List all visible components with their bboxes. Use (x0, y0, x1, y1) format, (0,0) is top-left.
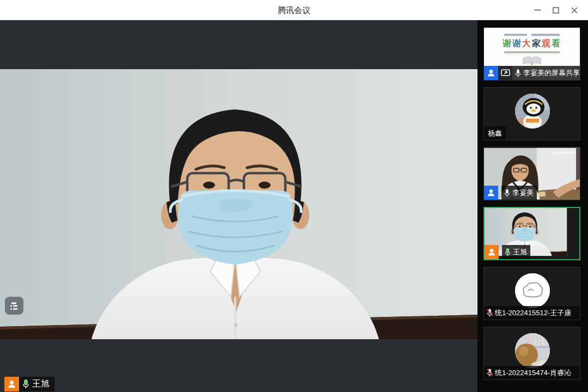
participant-label: 李宴美的屏幕共享 (512, 66, 580, 80)
mic-muted-icon (486, 368, 493, 377)
member-badge-blue (484, 66, 498, 80)
screen-share-icon-box (498, 66, 512, 80)
slide-small-text-bars (504, 34, 560, 36)
minimize-button[interactable] (528, 0, 547, 20)
thumbnail-liyanmei[interactable]: 李宴美 (483, 147, 580, 200)
person-icon (487, 247, 497, 257)
window-title: 腾讯会议 (0, 0, 588, 20)
stage-video-wangxu[interactable] (0, 69, 477, 339)
avatar-xiaoruiqin (515, 333, 550, 368)
thumbnail-wangxu-active[interactable]: 王旭 (483, 207, 580, 260)
window-controls (528, 0, 584, 20)
participant-panel-toggle[interactable] (5, 297, 23, 315)
speaker-name-box: 王旭 (19, 377, 54, 391)
maximize-icon (553, 7, 559, 14)
participant-name: 杨鑫 (488, 128, 502, 138)
participant-name: 王旭 (513, 247, 527, 257)
participant-label: 统1-2022415512-王子康 (484, 306, 580, 320)
participant-label: 杨鑫 (484, 126, 506, 140)
close-button[interactable] (565, 0, 584, 20)
main-stage: 王旭 (0, 20, 477, 392)
thumbnail-screen-share[interactable]: 谢谢大家观看 李宴美的屏幕共享 (483, 27, 580, 81)
thumbnail-yangxin[interactable]: 杨鑫 (483, 87, 580, 140)
member-badge-blue (484, 186, 498, 200)
participant-name: 统1-2022415474-肖睿沁 (495, 368, 571, 378)
dog-avatar-image (515, 333, 550, 368)
titlebar: 腾讯会议 (0, 0, 588, 20)
mic-speaking-icon (504, 248, 511, 257)
participant-label: 李宴美 (501, 186, 537, 200)
thumbnail-wangzikang[interactable]: 统1-2022415512-王子康 (483, 267, 580, 320)
participant-name: 李宴美的屏幕共享 (523, 68, 580, 78)
tencent-meeting-window: 腾讯会议 王旭 (0, 0, 588, 392)
avatar-wangzikang (515, 273, 550, 308)
participant-name: 统1-2022415512-王子康 (495, 308, 571, 318)
mic-on-icon (514, 69, 522, 78)
screen-share-label-row: 李宴美的屏幕共享 (484, 66, 580, 80)
thumbnail-xiaoruiqin[interactable]: 统1-2022415474-肖睿沁 (483, 327, 580, 380)
participant-name: 李宴美 (512, 188, 534, 198)
label-row: 王旭 (485, 245, 579, 259)
avatar-yangxin (515, 94, 550, 128)
speaker-name: 王旭 (32, 378, 50, 390)
minimize-icon (534, 7, 541, 14)
screen-share-icon (500, 69, 511, 78)
mic-on-icon (504, 188, 511, 198)
stage-speaker-label: 王旭 (4, 377, 54, 391)
member-badge-orange (485, 245, 499, 259)
penguin-avatar-image (515, 94, 550, 128)
stage-video-frame (0, 69, 477, 339)
member-badge-orange (4, 377, 19, 391)
person-icon (7, 379, 17, 389)
slide-subtext-bar (504, 51, 560, 53)
slide-title: 谢谢大家观看 (503, 39, 561, 48)
participants-sidebar: 谢谢大家观看 李宴美的屏幕共享 (477, 20, 588, 392)
participant-label: 统1-2022415474-肖睿沁 (484, 366, 580, 379)
list-icon (8, 300, 20, 312)
maximize-button[interactable] (547, 0, 565, 20)
person-icon (486, 188, 496, 198)
label-row: 李宴美 (484, 186, 580, 200)
participant-label: 王旭 (502, 245, 530, 259)
open-book-icon (522, 55, 542, 66)
person-icon (486, 68, 496, 78)
sketch-avatar-image (515, 273, 550, 308)
mic-speaking-icon (22, 379, 30, 389)
mic-muted-icon (486, 308, 493, 317)
close-icon (571, 7, 578, 14)
